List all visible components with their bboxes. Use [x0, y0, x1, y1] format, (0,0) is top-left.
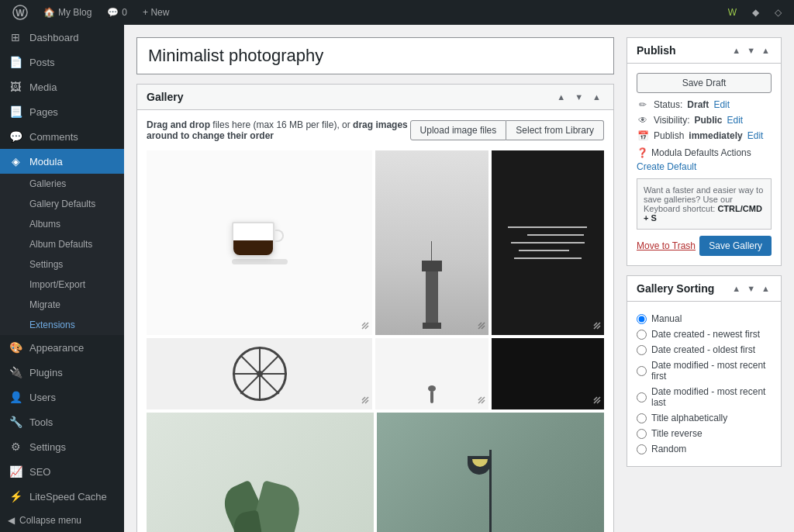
sorting-option-modified-recent: Date modified - most recent first: [637, 358, 772, 384]
sidebar-item-litespeed[interactable]: ⚡ LiteSpeed Cache: [0, 484, 124, 509]
publish-widget-controls: ▲ ▼ ▲: [730, 44, 772, 57]
sidebar-item-dashboard[interactable]: ⊞ Dashboard: [0, 25, 124, 50]
sorting-radio-date-oldest[interactable]: [637, 345, 647, 355]
sidebar-item-users[interactable]: 👤 Users: [0, 385, 124, 409]
resize-handle-ferris[interactable]: [361, 396, 370, 407]
admin-bar-comments[interactable]: 💬 0: [101, 0, 133, 25]
sorting-radio-manual[interactable]: [637, 314, 647, 324]
post-title-input[interactable]: [136, 37, 614, 74]
upload-area: Drag and drop files here (max 16 MB per …: [147, 119, 604, 141]
sidebar-sub-import-export[interactable]: Import/Export: [0, 275, 124, 295]
admin-bar-w-icon[interactable]: W: [722, 0, 743, 25]
sidebar-item-settings[interactable]: ⚙ Settings: [0, 434, 124, 459]
main-content: Gallery ▲ ▼ ▲ Drag and drop files here (…: [124, 25, 794, 532]
modula-defaults-section: ❓ Modula Defaults Actions Create Default: [637, 147, 772, 172]
sidebar-sub-migrate[interactable]: Migrate: [0, 295, 124, 315]
sidebar-item-modula[interactable]: ◈ Modula: [0, 149, 124, 174]
sorting-option-date-oldest: Date created - oldest first: [637, 342, 772, 358]
post-title-area: [136, 37, 614, 84]
publish-edit-link[interactable]: Edit: [747, 130, 764, 141]
admin-bar: W 🏠 My Blog 💬 0 + New W ◆ ◇: [0, 0, 794, 25]
select-library-btn[interactable]: Select from Library: [506, 120, 604, 140]
gallery-close-btn[interactable]: ▲: [589, 91, 604, 103]
sidebar-sub-extensions[interactable]: Extensions: [0, 315, 124, 335]
sidebar-item-media[interactable]: 🖼 Media: [0, 74, 124, 99]
gallery-image-ferris[interactable]: [147, 338, 372, 409]
sidebar-item-tools[interactable]: 🔧 Tools: [0, 409, 124, 434]
settings-icon: ⚙: [8, 440, 23, 453]
sidebar-sub-albums[interactable]: Albums: [0, 214, 124, 234]
eye-icon: 👁: [637, 115, 649, 126]
gallery-image-plant[interactable]: [147, 413, 374, 532]
status-edit-link[interactable]: Edit: [713, 99, 730, 110]
sorting-option-title-reverse: Title reverse: [637, 426, 772, 441]
resize-handle-dark2[interactable]: [592, 396, 602, 407]
sidebar-sub-settings[interactable]: Settings: [0, 254, 124, 275]
gallery-sorting-widget: Gallery Sorting ▲ ▼ ▲ Manual: [627, 275, 782, 467]
sorting-radio-title-reverse[interactable]: [637, 429, 647, 439]
publish-collapse-up-btn[interactable]: ▲: [730, 44, 742, 57]
upload-buttons: Upload image files Select from Library: [410, 120, 604, 140]
resize-handle-dark[interactable]: [592, 321, 602, 333]
sidebar-item-comments[interactable]: 💬 Comments: [0, 124, 124, 149]
gallery-image-dark-lines[interactable]: [492, 150, 605, 335]
admin-bar-wp-logo[interactable]: W: [6, 0, 34, 25]
status-label: Status:: [654, 99, 682, 110]
editor-area: Gallery ▲ ▼ ▲ Drag and drop files here (…: [136, 37, 614, 520]
sorting-radio-title-alpha[interactable]: [637, 413, 647, 423]
sidebar-item-seo[interactable]: 📈 SEO: [0, 459, 124, 484]
move-to-trash-btn[interactable]: Move to Trash: [637, 240, 696, 251]
upload-image-btn[interactable]: Upload image files: [410, 120, 507, 140]
sorting-radio-random[interactable]: [637, 444, 647, 454]
visibility-edit-link[interactable]: Edit: [727, 115, 743, 126]
sorting-option-title-alpha: Title alphabetically: [637, 410, 772, 426]
sidebar-sub-album-defaults[interactable]: Album Defaults: [0, 234, 124, 254]
sidebar-sub-galleries[interactable]: Galleries: [0, 174, 124, 194]
sorting-collapse-up-btn[interactable]: ▲: [730, 282, 742, 295]
dashboard-icon: ⊞: [8, 31, 23, 43]
sidebar-item-pages[interactable]: 📃 Pages: [0, 99, 124, 124]
upload-instruction: Drag and drop files here (max 16 MB per …: [147, 119, 410, 141]
gallery-sorting-controls: ▲ ▼ ▲: [730, 282, 772, 295]
save-gallery-btn[interactable]: Save Gallery: [699, 236, 772, 256]
sorting-radio-modified-last[interactable]: [637, 392, 647, 402]
resize-handle-person[interactable]: [477, 396, 486, 407]
gallery-image-person[interactable]: [375, 338, 488, 409]
resize-handle-coffee[interactable]: [361, 321, 370, 333]
comments-icon: 💬: [8, 130, 23, 143]
gallery-image-lamp[interactable]: [377, 413, 604, 532]
sidebar-sub-gallery-defaults[interactable]: Gallery Defaults: [0, 194, 124, 214]
admin-bar-diamond2[interactable]: ◇: [768, 0, 788, 25]
collapse-menu[interactable]: ◀ Collapse menu: [0, 509, 124, 532]
sidebar-item-plugins[interactable]: 🔌 Plugins: [0, 360, 124, 385]
gallery-image-dark2[interactable]: [492, 338, 605, 409]
sidebar-item-posts[interactable]: 📄 Posts: [0, 50, 124, 74]
admin-bar-diamond1[interactable]: ◆: [746, 0, 765, 25]
appearance-icon: 🎨: [8, 341, 23, 354]
save-draft-btn[interactable]: Save Draft: [637, 73, 772, 93]
resize-handle-building[interactable]: [477, 321, 486, 333]
sorting-option-date-newest: Date created - newest first: [637, 326, 772, 342]
sidebar-item-appearance[interactable]: 🎨 Appearance: [0, 335, 124, 360]
sorting-option-modified-last: Date modified - most recent last: [637, 384, 772, 410]
publish-close-btn[interactable]: ▲: [760, 44, 772, 57]
gallery-sorting-title: Gallery Sorting: [637, 282, 714, 295]
comment-icon: 💬: [107, 7, 119, 18]
media-icon: 🖼: [8, 81, 23, 93]
create-default-link[interactable]: Create Default: [637, 161, 772, 172]
sorting-collapse-down-btn[interactable]: ▼: [745, 282, 757, 295]
admin-bar-new[interactable]: + New: [136, 0, 175, 25]
publish-label: Publish: [654, 130, 684, 141]
gallery-image-building[interactable]: [375, 150, 488, 335]
tools-icon: 🔧: [8, 416, 23, 428]
sorting-radio-modified-recent[interactable]: [637, 366, 647, 376]
publish-collapse-down-btn[interactable]: ▼: [745, 44, 757, 57]
admin-bar-site-name[interactable]: 🏠 My Blog: [37, 0, 98, 25]
gallery-image-coffee[interactable]: [147, 150, 372, 335]
upload-middle-text: files here (max 16 MB per file), or: [212, 119, 353, 130]
gallery-collapse-up-btn[interactable]: ▲: [554, 91, 568, 103]
sorting-close-btn[interactable]: ▲: [760, 282, 772, 295]
sorting-radio-date-newest[interactable]: [637, 330, 647, 340]
gallery-collapse-down-btn[interactable]: ▼: [571, 91, 586, 103]
gallery-sorting-header: Gallery Sorting ▲ ▼ ▲: [627, 276, 781, 302]
